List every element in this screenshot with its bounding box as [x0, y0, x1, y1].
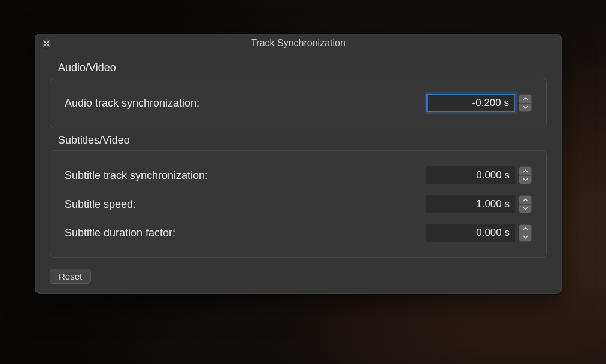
- chevron-up-icon: [523, 97, 528, 101]
- dialog-footer: Reset: [50, 269, 547, 284]
- row-subtitle-speed: Subtitle speed:: [65, 192, 532, 217]
- section-label-audio-video: Audio/Video: [58, 62, 547, 74]
- step-down[interactable]: [519, 104, 531, 112]
- track-sync-dialog: Track Synchronization Audio/Video Audio …: [35, 34, 562, 294]
- step-up[interactable]: [519, 225, 531, 233]
- step-down[interactable]: [519, 176, 531, 184]
- step-up[interactable]: [519, 167, 531, 176]
- reset-button[interactable]: Reset: [50, 269, 91, 284]
- input-subtitle-speed[interactable]: [426, 195, 515, 213]
- step-down[interactable]: [519, 205, 531, 213]
- row-subtitle-sync: Subtitle track synchronization:: [65, 163, 532, 188]
- spinner-audio-sync: [426, 94, 532, 112]
- step-up[interactable]: [519, 95, 531, 104]
- dialog-body: Audio/Video Audio track synchronization:: [35, 52, 561, 293]
- row-subtitle-duration: Subtitle duration factor:: [65, 220, 532, 245]
- input-subtitle-duration[interactable]: [426, 224, 515, 242]
- spinner-subtitle-duration: [426, 224, 532, 242]
- chevron-up-icon: [523, 198, 528, 202]
- chevron-up-icon: [523, 169, 528, 173]
- spinner-subtitle-sync: [426, 166, 532, 184]
- chevron-down-icon: [523, 178, 528, 181]
- label-subtitle-speed: Subtitle speed:: [65, 198, 136, 211]
- stepper-subtitle-speed[interactable]: [519, 195, 532, 213]
- stepper-subtitle-sync[interactable]: [519, 166, 532, 184]
- row-audio-sync: Audio track synchronization:: [65, 90, 532, 116]
- stepper-audio-sync[interactable]: [519, 94, 532, 112]
- group-subtitles-video: Subtitle track synchronization: Subtitle…: [50, 150, 547, 258]
- label-subtitle-sync: Subtitle track synchronization:: [65, 169, 208, 182]
- group-audio-video: Audio track synchronization:: [50, 78, 547, 128]
- input-audio-sync[interactable]: [426, 94, 515, 112]
- spinner-subtitle-speed: [426, 195, 532, 213]
- section-label-subtitles-video: Subtitles/Video: [58, 134, 547, 147]
- step-down[interactable]: [519, 233, 531, 242]
- chevron-up-icon: [523, 227, 528, 230]
- titlebar: Track Synchronization: [35, 34, 561, 52]
- close-button[interactable]: [41, 38, 52, 49]
- close-icon: [43, 38, 50, 49]
- step-up[interactable]: [519, 196, 531, 205]
- input-subtitle-sync[interactable]: [426, 166, 515, 184]
- dialog-title: Track Synchronization: [251, 38, 346, 48]
- chevron-down-icon: [523, 105, 528, 109]
- chevron-down-icon: [523, 207, 528, 210]
- stepper-subtitle-duration[interactable]: [519, 224, 532, 242]
- label-audio-sync: Audio track synchronization:: [65, 97, 199, 110]
- chevron-down-icon: [523, 235, 528, 239]
- label-subtitle-duration: Subtitle duration factor:: [65, 227, 175, 239]
